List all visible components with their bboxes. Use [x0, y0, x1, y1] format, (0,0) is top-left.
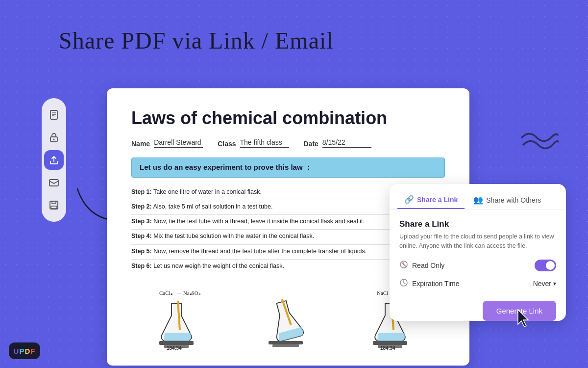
- svg-rect-0: [50, 110, 57, 119]
- step2-label: Step 2:: [131, 203, 152, 210]
- expiry-select[interactable]: Never ▾: [533, 280, 556, 288]
- tab-share-link-label: Share a Link: [417, 196, 458, 204]
- class-label: Class: [218, 140, 236, 148]
- svg-rect-9: [51, 206, 57, 209]
- read-only-icon: [399, 260, 408, 271]
- step6-label: Step 6:: [131, 263, 152, 269]
- updf-d: D: [24, 347, 30, 355]
- page-title: Share PDF via Link / Email: [59, 27, 334, 54]
- sidebar-item-lock[interactable]: [44, 128, 64, 147]
- svg-rect-18: [272, 344, 299, 347]
- share-description: Upload your file to the cloud to send pe…: [399, 232, 556, 251]
- share-panel: 🔗 Share a Link 👥 Share with Others Share…: [390, 184, 566, 321]
- sidebar-item-save[interactable]: [44, 195, 64, 215]
- pdf-highlight: Let us do an easy experiment to prove th…: [131, 158, 445, 178]
- svg-text:NaCl: NaCl: [377, 290, 388, 296]
- step5-label: Step 5:: [131, 248, 152, 255]
- svg-rect-6: [49, 180, 58, 186]
- svg-text:184.34: 184.34: [167, 345, 182, 350]
- expiry-label: Expiration Time: [412, 280, 459, 288]
- date-value: 8/15/22: [322, 138, 371, 148]
- sidebar-item-share[interactable]: [44, 150, 64, 170]
- updf-f: F: [30, 347, 35, 355]
- pdf-document-title: Laws of chemical combination: [131, 108, 445, 129]
- svg-point-5: [53, 139, 55, 140]
- flask-1: CaCl₂ → Na₂SO₄ 184.34: [154, 286, 208, 350]
- svg-text:184.34: 184.34: [380, 345, 395, 350]
- read-only-row: Read Only: [399, 260, 556, 271]
- pdf-meta: Name Darrell Steward Class The fifth cla…: [131, 138, 445, 148]
- step4-label: Step 4:: [131, 233, 152, 239]
- tab-share-others-label: Share with Others: [486, 196, 541, 204]
- updf-p: P: [19, 347, 24, 355]
- updf-u: U: [14, 347, 20, 355]
- name-value: Darrell Steward: [154, 138, 203, 148]
- svg-text:CaCl₂: CaCl₂: [159, 290, 172, 296]
- share-body: Share a Link Upload your file to the clo…: [390, 210, 566, 313]
- read-only-toggle[interactable]: [535, 260, 556, 271]
- tab-share-others[interactable]: 👥 Share with Others: [466, 191, 548, 209]
- chevron-down-icon: ▾: [553, 280, 556, 287]
- share-section-title: Share a Link: [399, 219, 556, 229]
- tab-share-link[interactable]: 🔗 Share a Link: [397, 191, 465, 209]
- clock-icon: [399, 278, 408, 289]
- date-label: Date: [304, 140, 318, 148]
- updf-logo: UPDF: [9, 342, 40, 359]
- people-icon: 👥: [473, 195, 483, 205]
- expiry-row: Expiration Time Never ▾: [399, 278, 556, 289]
- expiry-value: Never: [533, 280, 551, 288]
- sidebar-item-email[interactable]: [44, 173, 64, 192]
- generate-link-button[interactable]: Generate Link: [483, 301, 556, 321]
- name-label: Name: [131, 140, 150, 148]
- link-icon: 🔗: [404, 195, 414, 204]
- step1-label: Step 1:: [131, 188, 152, 195]
- step3-label: Step 3:: [131, 218, 152, 225]
- class-value: The fifth class: [240, 138, 289, 148]
- flask-2: [264, 286, 313, 350]
- sidebar-item-document[interactable]: [44, 105, 64, 125]
- svg-rect-13: [159, 341, 194, 345]
- svg-text:→ Na₂SO₄: → Na₂SO₄: [176, 290, 201, 296]
- squiggle-decoration: [519, 128, 559, 158]
- svg-rect-17: [269, 341, 303, 344]
- svg-rect-21: [373, 341, 407, 345]
- sidebar: [42, 98, 66, 222]
- share-tabs: 🔗 Share a Link 👥 Share with Others: [390, 184, 566, 210]
- read-only-label: Read Only: [412, 262, 444, 269]
